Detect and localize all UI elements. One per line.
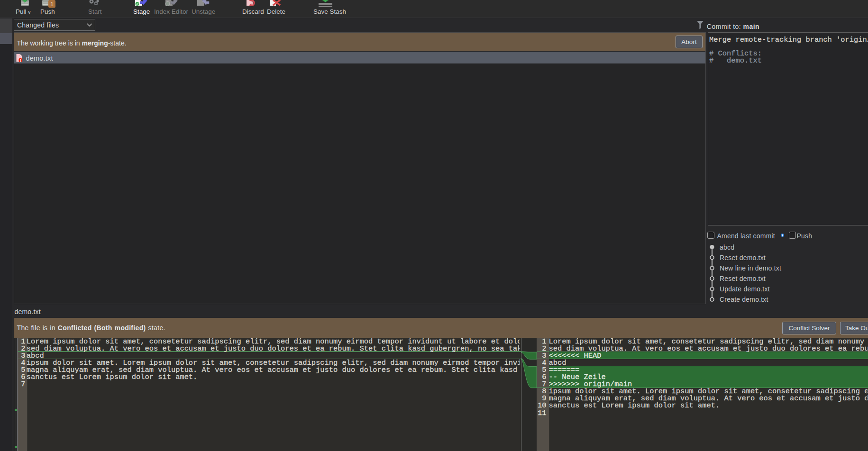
svg-text:1: 1 bbox=[50, 1, 54, 8]
